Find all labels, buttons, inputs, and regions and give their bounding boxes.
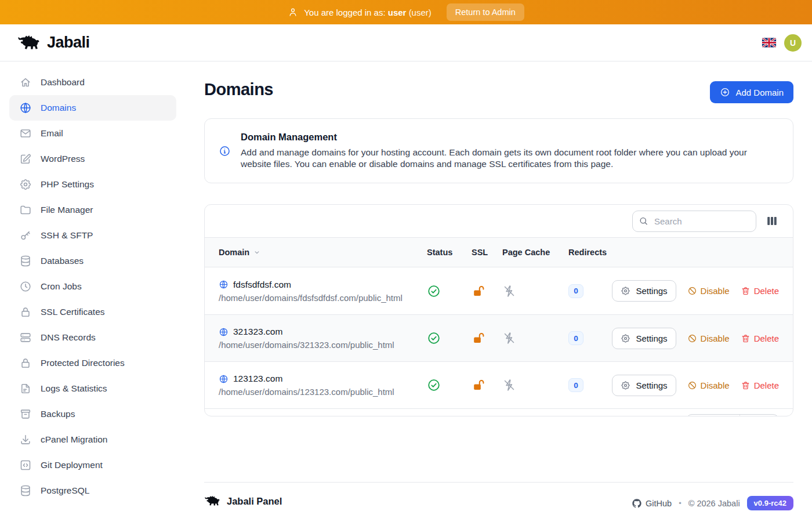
lock-icon — [19, 306, 32, 318]
column-visibility-button[interactable] — [764, 213, 780, 229]
disable-button[interactable]: Disable — [687, 380, 730, 390]
page-title: Domains — [204, 80, 273, 99]
domain-cell: 123123.com /home/user/domains/123123.com… — [219, 374, 427, 397]
domains-table-card: DomainStatusSSLPage CacheRedirects fdsfs… — [204, 204, 793, 416]
column-header-domain[interactable]: Domain — [219, 248, 427, 257]
return-to-admin-button[interactable]: Return to Admin — [447, 3, 524, 21]
sidebar-item-dashboard[interactable]: Dashboard — [9, 70, 176, 95]
gear-icon — [621, 334, 630, 343]
add-domain-button[interactable]: Add Domain — [710, 81, 793, 103]
github-link[interactable]: GitHub — [632, 499, 672, 508]
user-avatar[interactable]: U — [784, 34, 802, 52]
sidebar-item-label: Domains — [41, 103, 76, 113]
table-body: fdsfsdfdsf.com /home/user/domains/fdsfsd… — [205, 267, 793, 408]
column-header-page-cache: Page Cache — [502, 248, 568, 257]
lock-icon — [19, 357, 32, 369]
disable-button[interactable]: Disable — [687, 286, 730, 296]
login-status-text: You are logged in as: user (user) — [304, 8, 432, 17]
sidebar-item-label: SSL Certificates — [41, 307, 105, 317]
redirect-count-badge: 0 — [568, 331, 583, 345]
sidebar-item-file-manager[interactable]: File Manager — [9, 197, 176, 223]
archive-icon — [19, 408, 32, 420]
boar-footer-icon — [204, 495, 222, 507]
column-header-status: Status — [427, 248, 472, 257]
key-icon — [19, 229, 32, 242]
footer-brand: Jabali Panel — [227, 496, 282, 507]
page-cache-off-icon — [502, 284, 568, 298]
sidebar-item-cron-jobs[interactable]: Cron Jobs — [9, 274, 176, 299]
sidebar-item-domains[interactable]: Domains — [9, 95, 176, 121]
ban-icon — [687, 334, 697, 343]
domain-name[interactable]: 123123.com — [233, 374, 282, 384]
domain-name[interactable]: 321323.com — [233, 327, 282, 337]
globe-icon — [219, 327, 229, 337]
sidebar-item-dns-records[interactable]: DNS Records — [9, 325, 176, 350]
search-input[interactable] — [632, 211, 756, 232]
sidebar-item-label: Dashboard — [41, 77, 85, 88]
domain-path: /home/user/domains/123123.com/public_htm… — [219, 387, 427, 397]
sidebar-item-protected-directories[interactable]: Protected Directories — [9, 350, 176, 376]
sidebar-item-postgresql[interactable]: PostgreSQL — [9, 478, 176, 503]
brand-name: Jabali — [47, 34, 90, 52]
domain-cell: fdsfsdfdsf.com /home/user/domains/fdsfsd… — [219, 280, 427, 303]
sidebar-item-email[interactable]: Email — [9, 121, 176, 146]
sidebar-item-php-settings[interactable]: PHP Settings — [9, 172, 176, 197]
file-text-icon — [19, 382, 32, 395]
gear-icon — [621, 286, 630, 296]
info-icon — [219, 145, 231, 157]
admin-impersonation-bar: You are logged in as: user (user) Return… — [0, 0, 812, 24]
delete-button[interactable]: Delete — [741, 380, 779, 390]
table-row-123123-com: 123123.com /home/user/domains/123123.com… — [205, 361, 793, 408]
database-icon — [19, 255, 32, 267]
main-content: Domains Add Domain Domain Management Add… — [186, 61, 812, 522]
gear-icon — [621, 380, 630, 390]
column-header-redirects: Redirects — [568, 248, 622, 257]
delete-button[interactable]: Delete — [741, 286, 779, 296]
settings-button[interactable]: Settings — [612, 328, 676, 349]
sidebar-item-backups[interactable]: Backups — [9, 401, 176, 427]
sidebar-item-label: Email — [41, 128, 63, 139]
info-card-body: Add and manage domains for your hosting … — [241, 147, 779, 170]
app-header: Jabali U — [0, 24, 812, 61]
trash-icon — [741, 380, 751, 390]
domain-name[interactable]: fdsfsdfdsf.com — [233, 280, 291, 290]
sidebar-item-ssh-sftp[interactable]: SSH & SFTP — [9, 223, 176, 248]
sidebar-item-label: PHP Settings — [41, 179, 94, 190]
sidebar-item-git-deployment[interactable]: Git Deployment — [9, 452, 176, 478]
sidebar-item-label: Logs & Statistics — [41, 383, 107, 394]
globe-icon — [219, 374, 229, 384]
globe-icon — [19, 102, 32, 114]
status-enabled-check-icon — [427, 331, 472, 345]
edit-icon — [19, 153, 32, 165]
settings-button[interactable]: Settings — [612, 375, 676, 396]
sidebar-item-label: Cron Jobs — [41, 281, 82, 292]
sidebar-item-label: WordPress — [41, 154, 85, 164]
language-flag-uk-icon[interactable] — [762, 38, 776, 48]
disable-button[interactable]: Disable — [687, 334, 730, 343]
column-header-ssl: SSL — [472, 248, 502, 257]
folder-icon — [19, 204, 32, 216]
sidebar-item-label: Protected Directories — [41, 358, 125, 368]
sidebar-item-ssl-certificates[interactable]: SSL Certificates — [9, 299, 176, 325]
sidebar-item-databases[interactable]: Databases — [9, 248, 176, 274]
domain-path: /home/user/domains/321323.com/public_htm… — [219, 340, 427, 350]
status-enabled-check-icon — [427, 378, 472, 392]
spacer — [204, 416, 793, 482]
sidebar-item-label: File Manager — [41, 205, 93, 215]
version-badge: v0.9-rc42 — [747, 496, 793, 510]
row-actions: Settings Disable Delete — [622, 328, 779, 349]
database-icon — [19, 484, 32, 497]
delete-button[interactable]: Delete — [741, 334, 779, 343]
brand-logo[interactable]: Jabali — [17, 34, 90, 52]
settings-button[interactable]: Settings — [612, 280, 676, 302]
sidebar-item-cpanel-migration[interactable]: cPanel Migration — [9, 427, 176, 452]
row-actions: Settings Disable Delete — [622, 375, 779, 396]
sidebar-item-logs-statistics[interactable]: Logs & Statistics — [9, 376, 176, 401]
sidebar-item-label: Git Deployment — [41, 460, 103, 470]
sidebar: DashboardDomainsEmailWordPressPHP Settin… — [0, 61, 186, 522]
ssl-unlocked-icon — [472, 331, 502, 345]
redirect-count-badge: 0 — [568, 378, 583, 392]
sidebar-item-wordpress[interactable]: WordPress — [9, 146, 176, 172]
page-cache-off-icon — [502, 378, 568, 392]
ban-icon — [687, 380, 697, 390]
